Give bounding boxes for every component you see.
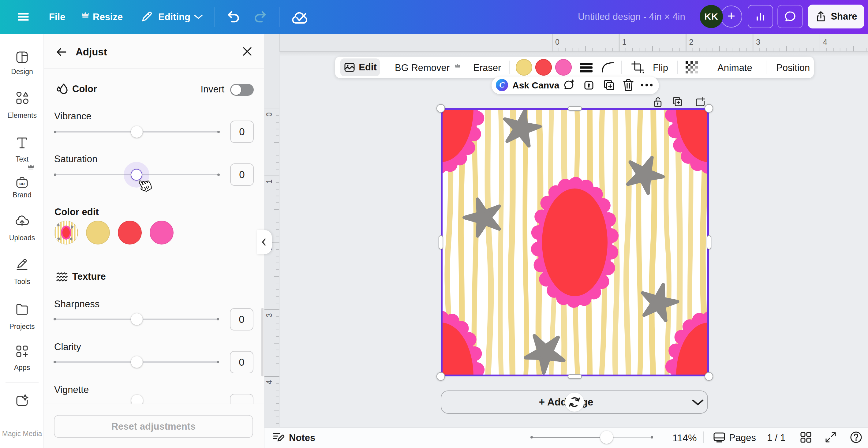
svg-text:1: 1 [265,179,273,184]
svg-text:C: C [499,81,505,89]
svg-text:2: 2 [689,38,693,46]
svg-text:3: 3 [756,38,760,46]
svg-text:4: 4 [823,38,827,46]
svg-text:0: 0 [555,38,559,46]
svg-text:1: 1 [622,38,626,46]
svg-text:0: 0 [265,112,273,117]
svg-text:4: 4 [265,380,273,384]
svg-text:3: 3 [265,313,273,317]
svg-text:co: co [19,181,25,186]
